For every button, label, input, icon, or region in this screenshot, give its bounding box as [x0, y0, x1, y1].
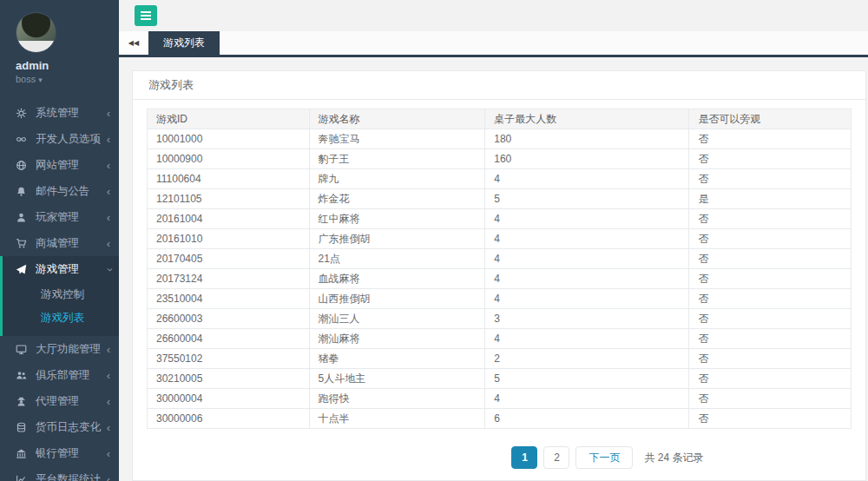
- table-cell: 猪拳: [309, 349, 485, 369]
- table-row: 20161010广东推倒胡4否: [148, 229, 852, 249]
- sidebar-item-system-management[interactable]: 系统管理‹: [0, 100, 119, 126]
- sidebar-item-bank-management[interactable]: 银行管理‹: [0, 440, 119, 466]
- sidebar-subitem-game-list[interactable]: 游戏列表: [3, 306, 119, 330]
- game-table: 游戏ID游戏名称桌子最大人数是否可以旁观 10001000奔驰宝马180否100…: [147, 109, 852, 429]
- chevron-left-icon: ‹: [107, 108, 110, 119]
- sidebar-item-platform-data-statistics[interactable]: 平台数据统计‹: [0, 466, 119, 481]
- chevron-left-icon: ‹: [107, 448, 110, 459]
- table-row: 11100604牌九4否: [148, 169, 852, 189]
- sidebar-subitem-game-control[interactable]: 游戏控制: [3, 283, 119, 306]
- total-records-label: 共 24 条记录: [644, 451, 703, 465]
- table-cell: 否: [689, 209, 852, 229]
- sidebar-item-developer-options[interactable]: 开发人员选项‹: [0, 126, 119, 152]
- sidebar-item-mall-management[interactable]: 商城管理‹: [0, 230, 119, 256]
- sidebar-item-game-management[interactable]: 游戏管理‹: [3, 256, 119, 282]
- table-cell: 20161010: [148, 229, 310, 249]
- double-left-arrows-icon[interactable]: ◀◀: [119, 31, 148, 55]
- column-header: 游戏名称: [309, 109, 485, 129]
- table-row: 23510004山西推倒胡4否: [148, 289, 852, 309]
- sidebar-item-club-management[interactable]: 俱乐部管理‹: [0, 362, 119, 388]
- tab-game-list[interactable]: 游戏列表: [148, 31, 220, 55]
- panel-body: 游戏ID游戏名称桌子最大人数是否可以旁观 10001000奔驰宝马180否100…: [133, 100, 865, 480]
- tab-bar: ◀◀ 游戏列表: [119, 31, 868, 57]
- sidebar-item-agent-management[interactable]: 代理管理‹: [0, 388, 119, 414]
- sidebar-item-label: 大厅功能管理: [36, 342, 107, 357]
- sidebar-item-label: 玩家管理: [36, 210, 107, 225]
- chevron-left-icon: ‹: [107, 212, 110, 223]
- globe-icon: [16, 159, 29, 171]
- table-cell: 5: [485, 369, 689, 389]
- column-header: 桌子最大人数: [485, 109, 689, 129]
- sidebar-item-currency-log-changes[interactable]: 货币日志变化‹: [0, 414, 119, 440]
- table-cell: 否: [689, 169, 852, 189]
- topbar: [119, 0, 868, 31]
- chevron-left-icon: ‹: [107, 370, 110, 381]
- table-cell: 否: [689, 369, 852, 389]
- sidebar-section-platform-data-statistics: 平台数据统计‹: [0, 466, 119, 481]
- table-cell: 30210005: [148, 369, 310, 389]
- sidebar-section-mail-announcements: 邮件与公告‹: [0, 178, 119, 204]
- table-cell: 血战麻将: [309, 269, 485, 289]
- agent-icon: [16, 395, 29, 407]
- sidebar-item-label: 代理管理: [36, 394, 107, 409]
- sidebar-section-mall-management: 商城管理‹: [0, 230, 119, 256]
- table-cell: 4: [485, 269, 689, 289]
- table-cell: 160: [485, 149, 689, 169]
- table-row: 10000900豹子王160否: [148, 149, 852, 169]
- table-cell: 否: [689, 129, 852, 149]
- pagination: 12下一页共 24 条记录: [147, 446, 852, 469]
- user-photo-avatar: [16, 12, 56, 53]
- chevron-down-icon: ‹: [102, 267, 114, 271]
- table-cell: 奔驰宝马: [309, 129, 485, 149]
- page-button-1[interactable]: 1: [511, 446, 537, 469]
- sidebar-item-mail-announcements[interactable]: 邮件与公告‹: [0, 178, 119, 204]
- sidebar-item-label: 货币日志变化: [36, 420, 107, 435]
- table-cell: 11100604: [148, 169, 310, 189]
- table-cell: 炸金花: [309, 189, 485, 209]
- table-cell: 21点: [309, 249, 485, 269]
- user-role-dropdown[interactable]: boss ▾: [16, 74, 119, 84]
- table-cell: 5人斗地主: [309, 369, 485, 389]
- sidebar-item-label: 平台数据统计: [36, 472, 107, 481]
- sidebar: admin boss ▾ 系统管理‹开发人员选项‹网站管理‹邮件与公告‹玩家管理…: [0, 0, 119, 481]
- table-cell: 牌九: [309, 169, 485, 189]
- sidebar-item-label: 开发人员选项: [36, 132, 107, 147]
- chevron-left-icon: ‹: [107, 474, 110, 481]
- sidebar-item-player-management[interactable]: 玩家管理‹: [0, 204, 119, 230]
- user-icon: [16, 211, 29, 223]
- submenu-game-management: 游戏控制游戏列表: [3, 282, 119, 336]
- table-row: 20173124血战麻将4否: [148, 269, 852, 289]
- chevron-left-icon: ‹: [107, 186, 110, 197]
- profile-section: admin boss ▾: [0, 0, 119, 91]
- table-cell: 4: [485, 249, 689, 269]
- next-page-button[interactable]: 下一页: [575, 446, 633, 469]
- page-button-2[interactable]: 2: [543, 446, 569, 469]
- caret-down-icon: ▾: [38, 76, 43, 84]
- table-cell: 否: [689, 329, 852, 349]
- sidebar-item-website-management[interactable]: 网站管理‹: [0, 152, 119, 178]
- table-cell: 山西推倒胡: [309, 289, 485, 309]
- table-cell: 20161004: [148, 209, 310, 229]
- table-cell: 潮汕三人: [309, 309, 485, 329]
- table-row: 302100055人斗地主5否: [148, 369, 852, 389]
- table-cell: 23510004: [148, 289, 310, 309]
- sidebar-item-hall-function-management[interactable]: 大厅功能管理‹: [0, 336, 119, 362]
- table-cell: 十点半: [309, 409, 485, 429]
- table-row: 12101105炸金花5是: [148, 189, 852, 209]
- sidebar-item-label: 游戏管理: [36, 262, 107, 277]
- infinity-icon: [16, 133, 29, 145]
- bell-icon: [16, 185, 29, 197]
- panel-title: 游戏列表: [133, 71, 865, 100]
- table-row: 37550102猪拳2否: [148, 349, 852, 369]
- table-cell: 30000004: [148, 389, 310, 409]
- sidebar-section-agent-management: 代理管理‹: [0, 388, 119, 414]
- chevron-left-icon: ‹: [107, 396, 110, 407]
- table-cell: 20173124: [148, 269, 310, 289]
- table-cell: 4: [485, 389, 689, 409]
- sidebar-item-label: 网站管理: [36, 158, 107, 173]
- app-window: admin boss ▾ 系统管理‹开发人员选项‹网站管理‹邮件与公告‹玩家管理…: [0, 0, 868, 481]
- table-cell: 10001000: [148, 129, 310, 149]
- sidebar-item-label: 系统管理: [36, 106, 107, 121]
- hamburger-icon[interactable]: [135, 5, 157, 26]
- table-cell: 红中麻将: [309, 209, 485, 229]
